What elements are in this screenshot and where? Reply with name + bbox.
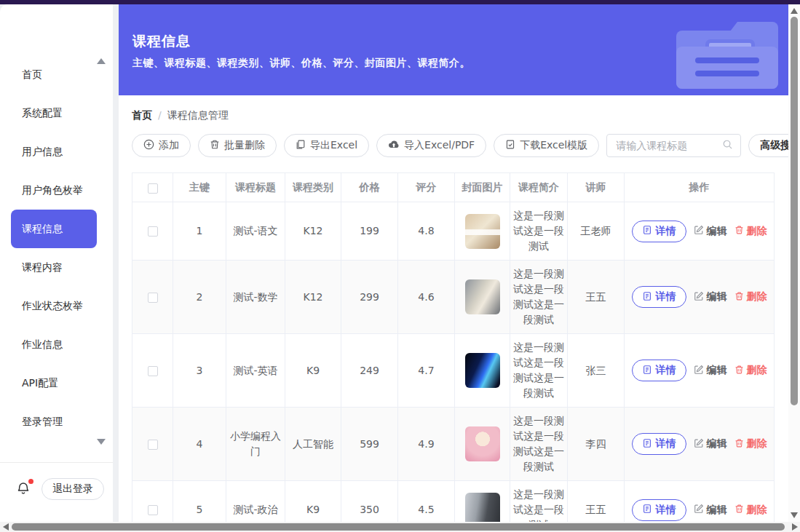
- column-header-teacher: 讲师: [568, 173, 625, 202]
- document-icon: [642, 291, 652, 303]
- sidebar-item[interactable]: API配置: [0, 364, 113, 402]
- course-cover-image: [465, 493, 500, 523]
- cell-title: 测试-语文: [226, 202, 285, 261]
- cell-price: 249: [341, 334, 398, 408]
- edit-button[interactable]: 编辑: [694, 290, 727, 303]
- select-all-checkbox[interactable]: [148, 183, 158, 194]
- course-cover-image: [465, 279, 500, 314]
- advanced-search-button[interactable]: 高级搜索: [748, 134, 788, 157]
- scroll-down-arrow-icon[interactable]: [791, 512, 798, 518]
- edit-icon: [694, 291, 704, 303]
- row-checkbox[interactable]: [148, 440, 158, 450]
- document-icon: [642, 438, 652, 450]
- column-header-intro: 课程简介: [510, 173, 568, 202]
- search-box: [606, 134, 741, 157]
- cell-title: 测试-数学: [226, 261, 285, 334]
- cell-rating: 4.6: [398, 261, 455, 334]
- column-header-category: 课程类别: [285, 173, 341, 202]
- logout-button[interactable]: 退出登录: [41, 478, 104, 500]
- detail-button[interactable]: 详情: [632, 221, 686, 242]
- sidebar-item[interactable]: 用户角色枚举: [0, 171, 113, 210]
- sidebar-scroll-down-icon[interactable]: [97, 439, 106, 445]
- cell-intro: 这是一段测试这是一段测试: [510, 202, 568, 261]
- cell-intro: 这是一段测试这是一段测试这是一段测试: [510, 261, 568, 334]
- delete-button[interactable]: 删除: [734, 437, 767, 450]
- scroll-right-arrow-icon[interactable]: [792, 523, 798, 531]
- cell-category: K9: [285, 481, 341, 523]
- delete-button[interactable]: 删除: [734, 225, 767, 238]
- cell-price: 199: [341, 202, 398, 261]
- import-excel-button[interactable]: 导入Excel/PDF: [376, 134, 486, 157]
- column-header-rating: 评分: [398, 173, 455, 202]
- cell-rating: 4.5: [398, 481, 455, 523]
- edit-icon: [694, 438, 704, 450]
- cell-category: K9: [285, 334, 341, 408]
- scroll-up-arrow-icon[interactable]: [791, 8, 798, 14]
- row-checkbox[interactable]: [148, 226, 158, 237]
- edit-button[interactable]: 编辑: [694, 225, 727, 238]
- detail-button[interactable]: 详情: [632, 360, 686, 381]
- edit-button[interactable]: 编辑: [694, 437, 727, 450]
- column-header-title: 课程标题: [226, 173, 285, 202]
- sidebar-item[interactable]: 课程内容: [0, 248, 113, 287]
- row-checkbox[interactable]: [148, 505, 158, 515]
- batch-delete-button[interactable]: 批量删除: [198, 134, 277, 157]
- notification-bell-icon[interactable]: [15, 480, 33, 498]
- download-template-button[interactable]: 下载Excel模版: [494, 134, 599, 157]
- add-button[interactable]: 添加: [132, 134, 191, 157]
- document-icon: [642, 225, 652, 237]
- column-header-price: 价格: [341, 173, 398, 202]
- cell-rating: 4.9: [398, 408, 455, 481]
- table-row: 5 测试-政治 K9 350 4.5 这是一段测试这是一段测试 王五 详情 编辑…: [132, 481, 775, 523]
- cell-title: 测试-政治: [226, 481, 285, 523]
- cell-rating: 4.8: [398, 202, 455, 261]
- course-cover-image: [465, 426, 500, 461]
- column-header-actions: 操作: [625, 173, 775, 202]
- document-icon: [642, 365, 652, 377]
- cloud-upload-icon: [388, 140, 400, 152]
- cell-teacher: 王老师: [568, 202, 625, 261]
- detail-button[interactable]: 详情: [632, 499, 686, 521]
- export-excel-button[interactable]: 导出Excel: [284, 134, 369, 157]
- breadcrumb-home[interactable]: 首页: [132, 109, 152, 121]
- sidebar-item[interactable]: 首页: [0, 55, 113, 94]
- delete-button[interactable]: 删除: [734, 290, 767, 303]
- search-input[interactable]: [614, 139, 722, 152]
- delete-button[interactable]: 删除: [734, 504, 767, 517]
- sidebar-item[interactable]: 系统配置: [0, 94, 113, 132]
- detail-button[interactable]: 详情: [632, 286, 686, 308]
- row-checkbox[interactable]: [148, 293, 158, 303]
- detail-button[interactable]: 详情: [632, 433, 686, 455]
- sidebar-item[interactable]: 用户信息: [0, 132, 113, 171]
- sidebar-item[interactable]: 登录管理: [0, 402, 113, 441]
- trash-icon: [210, 139, 220, 152]
- cell-id: 2: [173, 261, 226, 334]
- edit-button[interactable]: 编辑: [694, 504, 727, 517]
- sidebar-item[interactable]: 课程信息: [11, 210, 97, 248]
- page-title: 课程信息: [132, 32, 191, 51]
- vertical-scrollbar[interactable]: [788, 4, 800, 522]
- sidebar-footer: 退出登录: [0, 462, 113, 522]
- cell-rating: 4.7: [398, 334, 455, 408]
- scroll-left-arrow-icon[interactable]: [3, 523, 9, 531]
- sidebar-item[interactable]: 作业信息: [0, 325, 113, 364]
- edit-icon: [694, 504, 704, 516]
- course-cover-image: [465, 214, 500, 249]
- horizontal-scrollbar-thumb[interactable]: [12, 523, 785, 531]
- cell-price: 350: [341, 481, 398, 523]
- cell-price: 599: [341, 408, 398, 481]
- sidebar-item[interactable]: 作业状态枚举: [0, 287, 113, 325]
- cell-id: 1: [173, 202, 226, 261]
- table-row: 2 测试-数学 K12 299 4.6 这是一段测试这是一段测试这是一段测试 王…: [132, 261, 775, 334]
- trash-icon: [734, 365, 744, 377]
- cell-intro: 这是一段测试这是一段测试这是一段测试: [510, 334, 568, 408]
- edit-button[interactable]: 编辑: [694, 364, 727, 377]
- row-checkbox[interactable]: [148, 366, 158, 376]
- table-header-row: 主键 课程标题 课程类别 价格 评分 封面图片 课程简介 讲师 操作: [132, 173, 775, 202]
- cell-intro: 这是一段测试这是一段测试: [510, 481, 568, 523]
- delete-button[interactable]: 删除: [734, 364, 767, 377]
- search-icon[interactable]: [722, 139, 733, 153]
- vertical-scrollbar-thumb[interactable]: [791, 17, 798, 405]
- cell-price: 299: [341, 261, 398, 334]
- horizontal-scrollbar[interactable]: [0, 522, 800, 532]
